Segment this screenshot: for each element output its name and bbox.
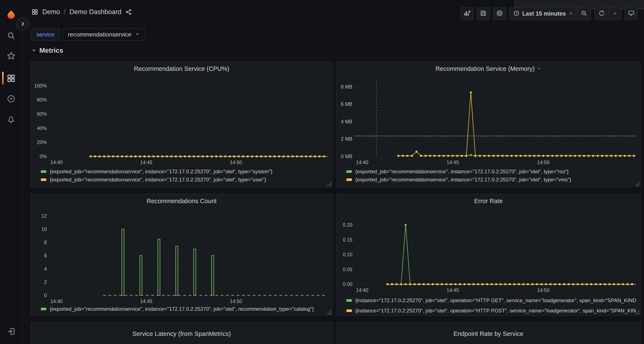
service-variable-dropdown[interactable]: recommendationservice — [63, 28, 145, 41]
series-swatch — [346, 310, 352, 312]
gear-icon — [496, 9, 503, 18]
chevron-down-icon — [135, 31, 140, 38]
svg-text:14:50: 14:50 — [230, 160, 242, 165]
apps-grid-icon — [31, 8, 38, 15]
svg-text:100%: 100% — [34, 83, 47, 89]
svg-text:4 MB: 4 MB — [341, 119, 352, 124]
legend-item[interactable]: {instance="172.17.0.2:25270", job="otel"… — [346, 298, 639, 304]
panel-resize-handle[interactable] — [635, 182, 639, 186]
svg-text:14:40: 14:40 — [50, 299, 63, 304]
panel-cpu: Recommendation Service (CPU%) 14:4014:45… — [30, 61, 333, 187]
svg-text:0%: 0% — [40, 154, 47, 159]
refresh-button[interactable] — [595, 8, 608, 20]
recommendations-count-chart[interactable]: 14:4014:4514:50024681012 — [34, 209, 330, 305]
svg-text:12: 12 — [41, 213, 47, 219]
panel-endpoint-rate: Endpoint Rate by Service — [336, 322, 641, 344]
panel-memory: Recommendation Service (Memory) 14:4014:… — [336, 61, 641, 187]
dashboard-settings-button[interactable] — [493, 7, 506, 20]
panel-error-rate: Error Rate 14:4014:4514:500.000.050.100.… — [336, 194, 641, 316]
refresh-icon — [598, 10, 605, 17]
svg-text:0 MB: 0 MB — [341, 154, 352, 159]
sidebar-expand-button[interactable] — [16, 17, 29, 30]
svg-text:0.15: 0.15 — [343, 237, 352, 243]
panel-title[interactable]: Recommendations Count — [31, 198, 332, 205]
time-range-button[interactable]: Last 15 minutes — [510, 8, 577, 20]
svg-text:14:50: 14:50 — [230, 299, 242, 304]
breadcrumb-page[interactable]: Demo Dashboard — [70, 8, 121, 16]
legend-item[interactable]: {exported_job="recommendationservice", i… — [41, 177, 330, 183]
alerting-bell-icon[interactable] — [0, 112, 22, 127]
add-panel-icon — [464, 9, 471, 18]
template-variables: service recommendationservice — [31, 28, 145, 41]
cpu-chart[interactable]: 14:4014:4514:500%20%40%60%80%100% — [34, 77, 330, 166]
legend-item[interactable]: {exported_job="recommendationservice", i… — [41, 169, 330, 174]
svg-text:6 MB: 6 MB — [341, 101, 352, 107]
legend-item[interactable]: {instance="172.17.0.2:25270", job="otel"… — [346, 308, 639, 314]
svg-text:6: 6 — [44, 253, 47, 258]
variable-label: service — [31, 28, 60, 41]
add-panel-button[interactable] — [461, 7, 474, 20]
share-alt-icon[interactable] — [125, 8, 132, 15]
panel-menu-caret-icon[interactable] — [537, 65, 542, 72]
panel-resize-handle[interactable] — [327, 310, 331, 314]
dashboards-grid-icon[interactable] — [0, 71, 22, 86]
svg-text:80%: 80% — [37, 97, 47, 103]
memory-chart[interactable]: 14:4014:4514:500 MB2 MB4 MB6 MB8 MB — [340, 77, 638, 166]
refresh-interval-caret[interactable] — [608, 8, 621, 20]
series-swatch — [41, 178, 46, 181]
svg-text:8: 8 — [44, 240, 47, 245]
kiosk-mode-button[interactable] — [625, 7, 638, 20]
panel-title[interactable]: Service Latency (from SpanMetrics) — [31, 330, 332, 338]
sidebar — [0, 0, 23, 344]
breadcrumb: Demo / Demo Dashboard — [31, 8, 132, 16]
refresh-control — [594, 7, 621, 20]
svg-text:20%: 20% — [37, 140, 47, 145]
svg-text:2 MB: 2 MB — [341, 136, 352, 142]
explore-compass-icon[interactable] — [0, 91, 22, 106]
svg-text:14:50: 14:50 — [537, 287, 550, 293]
svg-text:14:45: 14:45 — [140, 160, 152, 165]
dashboard-toolbar: Last 15 minutes — [461, 7, 638, 20]
panel-resize-handle[interactable] — [327, 182, 331, 186]
save-dashboard-button[interactable] — [477, 7, 490, 20]
sign-in-icon[interactable] — [0, 324, 22, 339]
time-range-label: Last 15 minutes — [522, 10, 566, 17]
panel-title[interactable]: Recommendation Service (Memory) — [336, 65, 640, 72]
clock-icon — [513, 10, 520, 17]
svg-text:4: 4 — [44, 266, 47, 272]
metrics-section-toggle[interactable]: Metrics — [31, 46, 63, 54]
time-picker: Last 15 minutes — [510, 7, 591, 20]
save-icon — [480, 10, 487, 17]
breadcrumb-section[interactable]: Demo — [42, 8, 60, 16]
breadcrumb-separator: / — [64, 8, 66, 16]
svg-text:14:45: 14:45 — [140, 299, 152, 304]
zoom-out-icon — [581, 10, 587, 17]
svg-text:0.00: 0.00 — [343, 282, 352, 287]
series-swatch — [41, 308, 46, 310]
zoom-out-time-button[interactable] — [577, 8, 590, 20]
svg-text:14:40: 14:40 — [356, 160, 368, 165]
panel-title[interactable]: Error Rate — [336, 198, 640, 205]
svg-text:14:50: 14:50 — [537, 160, 550, 165]
legend-item[interactable]: {exported_job="recommendationservice", i… — [346, 169, 639, 174]
search-icon[interactable] — [0, 28, 22, 43]
star-icon[interactable] — [0, 48, 22, 63]
svg-text:0: 0 — [44, 293, 47, 298]
svg-text:10: 10 — [41, 226, 47, 232]
panel-title[interactable]: Recommendation Service (CPU%) — [31, 65, 332, 72]
series-swatch — [346, 178, 352, 181]
svg-text:14:45: 14:45 — [446, 160, 459, 165]
svg-text:60%: 60% — [37, 111, 47, 117]
legend-item[interactable]: {exported_job="recommendationservice", i… — [346, 177, 639, 183]
panel-resize-handle[interactable] — [635, 310, 639, 314]
series-swatch — [346, 299, 352, 302]
series-swatch — [346, 170, 352, 173]
chevron-down-icon — [568, 11, 574, 17]
legend-item[interactable]: {exported_job="recommendationservice", i… — [41, 306, 330, 312]
chevron-down-icon — [31, 47, 37, 54]
svg-text:0.20: 0.20 — [343, 222, 352, 228]
panel-title[interactable]: Endpoint Rate by Service — [336, 330, 640, 338]
error-rate-chart[interactable]: 14:4014:4514:500.000.050.100.150.20 — [340, 209, 638, 305]
svg-text:40%: 40% — [37, 126, 47, 131]
chevron-down-icon — [612, 11, 618, 17]
